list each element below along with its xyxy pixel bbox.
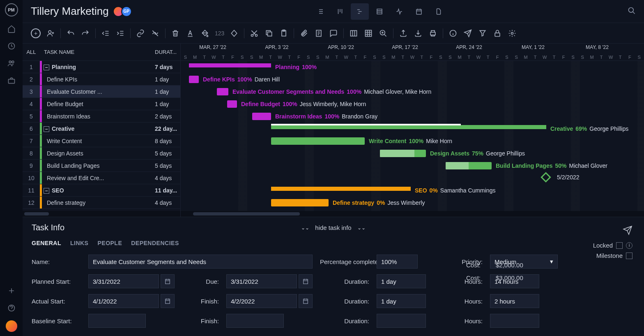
view-sheet-icon[interactable] xyxy=(370,3,389,20)
indent-icon[interactable] xyxy=(115,28,125,38)
tab-dependencies[interactable]: DEPENDENCIES xyxy=(131,240,179,246)
table-row[interactable]: 7 Write Content 8 days xyxy=(23,135,180,147)
link-icon[interactable] xyxy=(136,28,145,38)
view-file-icon[interactable] xyxy=(430,3,448,20)
home-icon[interactable] xyxy=(7,24,16,34)
add-task-icon[interactable]: + xyxy=(31,28,41,38)
settings-icon[interactable] xyxy=(507,28,517,38)
table-row[interactable]: 8 Design Assets 5 days xyxy=(23,147,180,160)
note-icon[interactable] xyxy=(314,28,324,38)
locked-checkbox[interactable] xyxy=(616,242,623,249)
hide-task-info-button[interactable]: ⌄⌄ hide task info ⌄⌄ xyxy=(301,224,365,231)
pct-input[interactable]: 100% xyxy=(377,255,418,269)
print-icon[interactable] xyxy=(428,28,438,38)
duration-input-2[interactable]: 1 day xyxy=(377,294,426,308)
table-scrollbar[interactable] xyxy=(23,211,180,217)
send-task-icon[interactable] xyxy=(623,225,632,237)
baseline-start-input[interactable] xyxy=(88,314,146,328)
redo-icon[interactable] xyxy=(80,28,90,38)
tab-people[interactable]: PEOPLE xyxy=(97,240,122,246)
gantt-bar[interactable]: Creative69%George Phillips xyxy=(271,125,546,129)
table-row[interactable]: 12 Define strategy 4 days xyxy=(23,197,180,209)
info-small-icon[interactable]: i xyxy=(626,242,632,249)
table-row[interactable]: 2 Define KPIs 1 day xyxy=(23,73,180,86)
member-avatar[interactable]: GP xyxy=(121,6,132,17)
cut-icon[interactable] xyxy=(249,28,259,38)
comment-icon[interactable] xyxy=(329,28,338,38)
paste-icon[interactable] xyxy=(279,28,289,38)
collapse-icon[interactable]: − xyxy=(44,65,49,70)
team-icon[interactable] xyxy=(7,58,16,68)
plus-icon[interactable] xyxy=(7,286,16,296)
gantt-bar[interactable]: Write Content100%Mike Horn xyxy=(271,137,365,145)
search-icon[interactable] xyxy=(628,7,636,16)
table-row[interactable]: 9 Build Landing Pages 5 days xyxy=(23,160,180,172)
calendar-icon[interactable] xyxy=(161,294,175,308)
tab-general[interactable]: GENERAL xyxy=(32,240,61,246)
view-calendar-icon[interactable] xyxy=(410,3,428,20)
collapse-icon[interactable]: − xyxy=(44,188,49,194)
gantt-bar[interactable]: Evaluate Customer Segments and Needs100%… xyxy=(217,88,228,95)
calendar-icon[interactable] xyxy=(299,294,313,308)
hours-input-3[interactable] xyxy=(490,314,539,328)
gantt-bar[interactable]: Define Budget100%Jess Wimberly, Mike Hor… xyxy=(227,100,237,108)
add-person-icon[interactable] xyxy=(46,28,55,38)
milestone-diamond[interactable] xyxy=(540,172,551,182)
view-board-icon[interactable] xyxy=(331,3,349,20)
grid-icon[interactable] xyxy=(363,28,373,38)
finish-input[interactable]: 4/2/2022 xyxy=(226,294,297,308)
columns-icon[interactable] xyxy=(349,28,359,38)
duration-input-3[interactable] xyxy=(377,314,426,328)
milestone-icon[interactable] xyxy=(229,28,239,38)
planned-start-input[interactable]: 3/31/2022 xyxy=(88,274,159,288)
delete-icon[interactable] xyxy=(170,28,180,38)
user-avatar[interactable] xyxy=(6,320,17,332)
gantt-bar[interactable]: Define strategy0%Jess Wimberly xyxy=(271,199,329,206)
info-icon[interactable] xyxy=(448,28,458,38)
gantt-scrollbar[interactable] xyxy=(181,211,644,217)
gantt-bar[interactable]: Planning100% xyxy=(189,63,271,67)
help-icon[interactable] xyxy=(7,303,16,313)
gantt-bar[interactable]: Design Assets75%George Phillips xyxy=(380,150,426,157)
name-input[interactable]: Evaluate Customer Segments and Needs xyxy=(88,255,313,269)
gantt-bar[interactable]: SEO0%Samantha Cummings xyxy=(271,187,411,191)
app-logo[interactable]: PM xyxy=(5,3,18,16)
fill-icon[interactable] xyxy=(200,28,210,38)
table-row[interactable]: 5 Brainstorm Ideas 2 days xyxy=(23,110,180,123)
milestone-checkbox[interactable] xyxy=(626,253,632,259)
gantt-bar[interactable]: Brainstorm Ideas100%Brandon Gray xyxy=(252,113,271,120)
briefcase-icon[interactable] xyxy=(7,76,16,86)
table-row[interactable]: 4 Define Budget 1 day xyxy=(23,98,180,110)
hours-input-2[interactable]: 2 hours xyxy=(490,294,539,308)
task-table-header-duration[interactable]: DURAT... xyxy=(155,49,180,55)
recent-icon[interactable] xyxy=(7,41,16,51)
table-row[interactable]: 6 −Creative 22 day... xyxy=(23,123,180,135)
view-activity-icon[interactable] xyxy=(390,3,408,20)
unlink-icon[interactable] xyxy=(150,28,160,38)
baseline-finish-input[interactable] xyxy=(226,314,284,328)
task-table-header-name[interactable]: TASK NAME xyxy=(40,49,155,55)
due-input[interactable]: 3/31/2022 xyxy=(226,274,297,288)
actual-start-input[interactable]: 4/1/2022 xyxy=(88,294,159,308)
gantt-bar[interactable]: Define KPIs100%Daren Hill xyxy=(189,76,199,83)
collapse-icon[interactable]: − xyxy=(44,126,49,132)
filter-icon[interactable] xyxy=(478,28,488,38)
view-list-icon[interactable] xyxy=(311,3,329,20)
table-row[interactable]: 3 Evaluate Customer ... 1 day xyxy=(23,86,180,98)
calendar-icon[interactable] xyxy=(299,274,313,288)
text-format-icon[interactable] xyxy=(185,28,195,38)
task-table-header-all[interactable]: ALL xyxy=(23,49,40,55)
gantt-bar[interactable]: Build Landing Pages50%Michael Glover xyxy=(446,162,492,169)
table-row[interactable]: 1 −Planning 7 days xyxy=(23,61,180,73)
zoom-icon[interactable] xyxy=(378,28,388,38)
calendar-icon[interactable] xyxy=(161,274,175,288)
view-gantt-icon[interactable] xyxy=(351,3,369,20)
table-row[interactable]: 10 Review and Edit Cre... 4 days xyxy=(23,172,180,184)
send-icon[interactable] xyxy=(463,28,473,38)
table-row[interactable]: 11 −SEO 11 day... xyxy=(23,184,180,197)
duration-input[interactable]: 1 day xyxy=(377,274,426,288)
cost-input[interactable]: $2,000.00 xyxy=(496,262,557,269)
outdent-icon[interactable] xyxy=(101,28,110,38)
project-members[interactable]: GP xyxy=(115,6,132,17)
lock-icon[interactable] xyxy=(492,28,502,38)
